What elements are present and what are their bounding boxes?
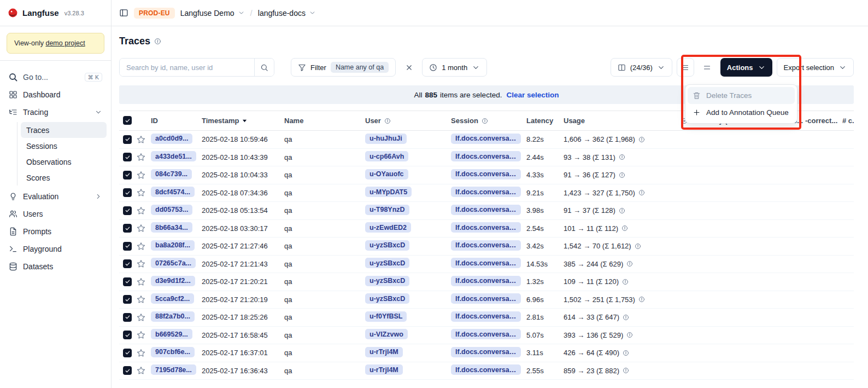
export-selection-button[interactable]: Export selection xyxy=(777,58,854,77)
usage-column-header[interactable]: Usage xyxy=(564,111,681,131)
user-badge[interactable]: u-yzSBxcD xyxy=(365,258,409,268)
row-checkbox[interactable] xyxy=(123,277,132,286)
trace-id-badge[interactable]: 084c739... xyxy=(151,169,192,179)
star-icon[interactable] xyxy=(137,331,145,339)
info-icon[interactable] xyxy=(626,260,633,267)
row-checkbox[interactable] xyxy=(123,349,132,357)
info-icon[interactable] xyxy=(621,225,628,231)
demo-project-link[interactable]: demo project xyxy=(45,39,85,47)
info-icon[interactable] xyxy=(638,296,645,303)
session-badge[interactable]: lf.docs.conversation... xyxy=(451,187,521,197)
info-icon[interactable] xyxy=(154,38,161,45)
user-column-header[interactable]: User xyxy=(365,111,451,131)
info-icon[interactable] xyxy=(626,332,633,338)
timerange-button[interactable]: 1 month xyxy=(422,58,487,77)
table-row[interactable]: 7195d78e... 2025-02-17 16:36:43 qa u-rTr… xyxy=(119,362,854,380)
info-icon[interactable] xyxy=(635,243,641,250)
session-badge[interactable]: lf.docs.conversation... xyxy=(451,329,521,339)
info-icon[interactable] xyxy=(638,189,645,196)
search-submit-button[interactable] xyxy=(254,59,274,76)
row-checkbox[interactable] xyxy=(123,188,132,197)
user-badge[interactable]: u-f0YfBSL xyxy=(365,311,407,322)
user-badge[interactable]: u-zEwdED2 xyxy=(365,222,411,233)
user-badge[interactable]: u-yzSBxcD xyxy=(365,293,409,304)
trace-id-badge[interactable]: 07265c7a... xyxy=(151,258,196,268)
row-height-small-button[interactable] xyxy=(677,58,694,77)
sidebar-item-prompts[interactable]: Prompts xyxy=(4,223,107,240)
table-row[interactable]: 07265c7a... 2025-02-17 21:21:43 qa u-yzS… xyxy=(119,255,854,273)
org-selector[interactable]: Langfuse Demo xyxy=(180,9,245,18)
table-row[interactable]: 907cbf6e... 2025-02-17 16:37:01 qa u-rTr… xyxy=(119,344,854,362)
row-checkbox[interactable] xyxy=(123,224,132,233)
row-checkbox[interactable] xyxy=(123,313,132,322)
star-icon[interactable] xyxy=(137,349,145,357)
trace-id-badge[interactable]: 5cca9cf2... xyxy=(151,293,194,304)
sidebar-item-traces[interactable]: Traces xyxy=(21,122,107,138)
menu-item-add-to-annotation-queue[interactable]: Add to Annotation Queue xyxy=(688,104,795,121)
table-row[interactable]: a433de51... 2025-02-18 10:43:39 qa u-cp6… xyxy=(119,148,854,166)
trace-id-badge[interactable]: 8b66a34... xyxy=(151,222,192,233)
sidebar-item-sessions[interactable]: Sessions xyxy=(21,138,107,154)
trace-id-badge[interactable]: 907cbf6e... xyxy=(151,347,195,357)
star-icon[interactable] xyxy=(137,188,145,197)
table-row[interactable]: 8dcf4574... 2025-02-18 07:34:36 qa u-MYp… xyxy=(119,184,854,202)
session-badge[interactable]: lf.docs.conversation... xyxy=(451,134,521,144)
star-icon[interactable] xyxy=(137,224,145,233)
info-icon[interactable] xyxy=(622,279,629,285)
trace-id-badge[interactable]: 88f2a7b0... xyxy=(151,311,195,322)
select-all-checkbox[interactable] xyxy=(123,116,132,125)
star-icon[interactable] xyxy=(137,135,145,144)
menu-item-delete-traces[interactable]: Delete Traces xyxy=(688,87,795,104)
row-checkbox[interactable] xyxy=(123,331,132,339)
sidebar-toggle-icon[interactable] xyxy=(119,8,128,18)
session-badge[interactable]: lf.docs.conversation... xyxy=(451,151,521,161)
extra-score-column-header[interactable]: # c... xyxy=(842,111,854,131)
correctness-score-column-header[interactable]: -correct... xyxy=(805,111,842,131)
table-row[interactable]: d3e9d1f2... 2025-02-17 21:20:21 qa u-yzS… xyxy=(119,273,854,291)
session-column-header[interactable]: Session xyxy=(451,111,526,131)
table-row[interactable]: 5cca9cf2... 2025-02-17 21:20:19 qa u-yzS… xyxy=(119,291,854,309)
user-badge[interactable]: u-OYauofc xyxy=(365,169,408,179)
user-badge[interactable]: u-cp66Avh xyxy=(365,151,408,161)
star-icon[interactable] xyxy=(137,153,145,161)
table-row[interactable]: 084c739... 2025-02-18 10:04:33 qa u-OYau… xyxy=(119,166,854,184)
info-icon[interactable] xyxy=(623,350,629,356)
trace-id-badge[interactable]: a433de51... xyxy=(151,151,196,161)
row-checkbox[interactable] xyxy=(123,171,132,179)
sidebar-item-observations[interactable]: Observations xyxy=(21,154,107,170)
star-icon[interactable] xyxy=(137,259,145,268)
row-height-medium-button[interactable] xyxy=(699,58,716,77)
table-row[interactable]: 88f2a7b0... 2025-02-17 18:25:26 qa u-f0Y… xyxy=(119,309,854,327)
session-badge[interactable]: lf.docs.conversation... xyxy=(451,222,521,233)
info-icon[interactable] xyxy=(623,367,629,374)
info-icon[interactable] xyxy=(638,136,645,143)
user-badge[interactable]: u-VIZzvwo xyxy=(365,329,408,339)
user-badge[interactable]: u-yzSBxcD xyxy=(365,240,409,251)
user-badge[interactable]: u-T98YnzD xyxy=(365,205,409,215)
id-column-header[interactable]: ID xyxy=(151,111,202,131)
table-row[interactable]: b669529... 2025-02-17 16:58:45 qa u-VIZz… xyxy=(119,326,854,344)
info-icon[interactable] xyxy=(619,172,625,178)
column-visibility-button[interactable]: (24/36) xyxy=(611,58,672,77)
sidebar-item-datasets[interactable]: Datasets xyxy=(4,258,107,275)
row-checkbox[interactable] xyxy=(123,259,132,268)
user-badge[interactable]: u-yzSBxcD xyxy=(365,276,409,286)
search-input[interactable] xyxy=(120,59,254,76)
star-icon[interactable] xyxy=(137,313,145,322)
session-badge[interactable]: lf.docs.conversation... xyxy=(451,205,521,215)
trace-id-badge[interactable]: a0cd0d9... xyxy=(151,134,192,144)
timestamp-column-header[interactable]: Timestamp xyxy=(202,111,284,131)
table-row[interactable]: a0cd0d9... 2025-02-18 10:59:46 qa u-huJh… xyxy=(119,131,854,149)
sidebar-item-tracing[interactable]: Tracing xyxy=(4,103,107,121)
session-badge[interactable]: lf.docs.conversation... xyxy=(451,364,521,375)
user-badge[interactable]: u-rTrjl4M xyxy=(365,347,403,357)
trace-id-badge[interactable]: 8dcf4574... xyxy=(151,187,195,197)
session-badge[interactable]: lf.docs.conversation... xyxy=(451,347,521,357)
name-column-header[interactable]: Name xyxy=(284,111,365,131)
session-badge[interactable]: lf.docs.conversation... xyxy=(451,169,521,179)
user-badge[interactable]: u-rTrjl4M xyxy=(365,364,403,375)
star-icon[interactable] xyxy=(137,366,145,375)
sidebar-item-playground[interactable]: Playground xyxy=(4,240,107,258)
info-icon[interactable] xyxy=(619,154,625,160)
star-icon[interactable] xyxy=(137,277,145,286)
